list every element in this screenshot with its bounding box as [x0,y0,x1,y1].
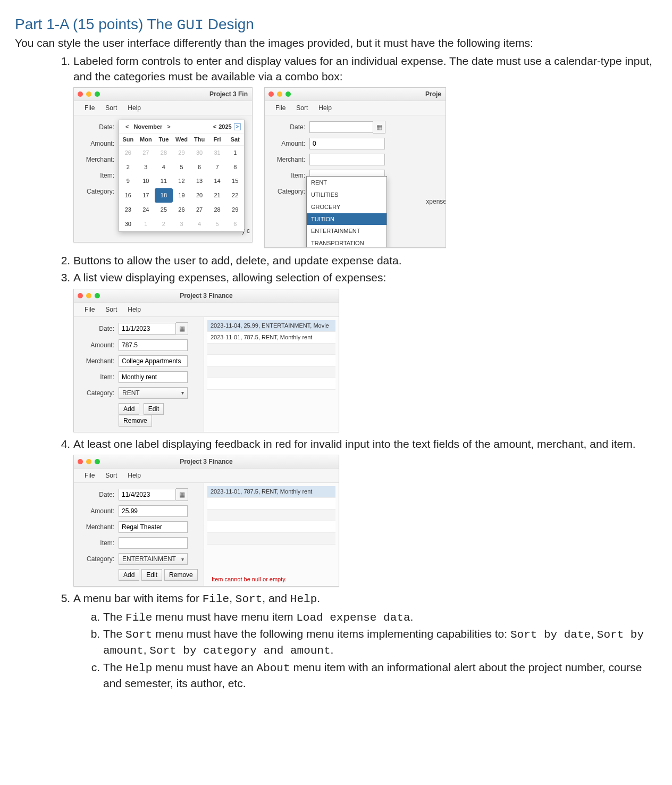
menu-sort[interactable]: Sort [100,470,122,481]
calendar-day[interactable]: 29 [226,203,244,217]
calendar-day[interactable]: 30 [190,146,208,160]
menu-file[interactable]: File [79,304,100,315]
merchant-input[interactable] [119,355,188,367]
prev-year-button[interactable]: < [213,123,216,131]
merchant-input[interactable] [119,521,188,533]
close-icon[interactable] [78,459,83,464]
remove-button[interactable]: Remove [119,415,152,427]
calendar-day[interactable]: 13 [190,174,208,188]
calendar-day[interactable]: 26 [119,146,137,160]
amount-input[interactable] [119,505,188,517]
calendar-day[interactable]: 16 [119,188,137,203]
menu-file[interactable]: File [270,103,291,113]
calendar-day[interactable]: 1 [137,217,155,231]
calendar-day[interactable]: 15 [226,174,244,188]
calendar-day[interactable]: 29 [173,146,191,160]
menu-sort[interactable]: Sort [291,103,313,113]
date-input[interactable] [119,489,176,500]
date-input[interactable] [119,323,176,335]
maximize-icon[interactable] [95,293,100,298]
calendar-day[interactable]: 3 [137,160,155,174]
category-combo[interactable]: ENTERTAINMENT▾ [119,553,188,565]
next-year-button[interactable]: > [234,123,241,130]
menu-help[interactable]: Help [122,470,146,481]
minimize-icon[interactable] [86,459,91,464]
dropdown-option[interactable]: ENTERTAINMENT [307,225,387,237]
calendar-day[interactable]: 30 [119,217,137,231]
calendar-day[interactable]: 22 [226,188,244,203]
calendar-icon[interactable]: ▦ [373,121,385,133]
prev-month-button[interactable]: < [122,123,132,130]
edit-button[interactable]: Edit [144,403,164,415]
calendar-day[interactable]: 28 [208,203,226,217]
dropdown-option[interactable]: TRANSPORTATION [307,237,387,248]
minimize-icon[interactable] [277,91,282,97]
maximize-icon[interactable] [95,459,100,464]
calendar-day[interactable]: 6 [226,217,244,231]
maximize-icon[interactable] [95,91,100,97]
menu-sort[interactable]: Sort [100,103,122,113]
next-month-button[interactable]: > [164,123,173,130]
calendar-day[interactable]: 7 [208,160,226,174]
calendar-day[interactable]: 31 [208,146,226,160]
calendar-day[interactable]: 10 [137,174,155,188]
list-item[interactable]: 2023-11-01, 787.5, RENT, Monthly rent [207,486,335,498]
item-input[interactable] [119,537,188,549]
calendar-icon[interactable]: ▦ [176,488,188,501]
add-button[interactable]: Add [119,569,139,581]
dropdown-option[interactable]: RENT [307,177,387,189]
calendar-day[interactable]: 28 [155,146,173,160]
list-item[interactable]: 2023-11-04, 25.99, ENTERTAINMENT, Movie [207,320,335,332]
close-icon[interactable] [268,91,274,97]
expense-list[interactable]: 2023-11-04, 25.99, ENTERTAINMENT, Movie … [204,317,339,432]
calendar-day[interactable]: 21 [208,188,226,203]
calendar-day[interactable]: 26 [173,203,191,217]
calendar-day[interactable]: 11 [155,174,173,188]
minimize-icon[interactable] [86,91,91,97]
calendar-icon[interactable]: ▦ [176,322,188,335]
merchant-input[interactable] [309,154,385,165]
amount-input[interactable] [119,339,188,351]
menu-file[interactable]: File [79,103,100,113]
calendar-day[interactable]: 2 [119,160,137,174]
calendar-day[interactable]: 5 [173,160,191,174]
menu-help[interactable]: Help [313,103,337,113]
menu-help[interactable]: Help [122,103,146,113]
close-icon[interactable] [78,91,83,97]
add-button[interactable]: Add [119,403,139,415]
expense-list[interactable]: 2023-11-01, 787.5, RENT, Monthly rent It… [204,483,339,586]
date-input[interactable] [309,121,373,133]
calendar-day[interactable]: 4 [190,217,208,231]
menu-help[interactable]: Help [122,304,146,315]
calendar-day[interactable]: 9 [119,174,137,188]
calendar-day[interactable]: 17 [137,188,155,203]
list-item[interactable]: 2023-11-01, 787.5, RENT, Monthly rent [207,332,335,344]
calendar-day[interactable]: 12 [173,174,191,188]
item-input[interactable] [119,371,188,383]
calendar-day[interactable]: 24 [137,203,155,217]
dropdown-option[interactable]: UTILITIES [307,189,387,201]
calendar-day[interactable]: 14 [208,174,226,188]
calendar-day[interactable]: 23 [119,203,137,217]
calendar-day[interactable]: 19 [173,188,191,203]
calendar-day[interactable]: 2 [155,217,173,231]
category-combo[interactable]: RENT▾ [119,387,188,399]
menu-sort[interactable]: Sort [100,304,122,315]
calendar-day[interactable]: 3 [173,217,191,231]
amount-input[interactable] [309,138,385,149]
calendar-day[interactable]: 20 [190,188,208,203]
calendar-day[interactable]: 25 [155,203,173,217]
minimize-icon[interactable] [86,293,91,298]
maximize-icon[interactable] [285,91,291,97]
calendar-day[interactable]: 6 [190,160,208,174]
menu-file[interactable]: File [79,470,100,481]
calendar-day[interactable]: 8 [226,160,244,174]
calendar-day[interactable]: 4 [155,160,173,174]
dropdown-option[interactable]: TUITION [307,213,387,226]
calendar-day[interactable]: 18 [155,188,173,203]
calendar-day[interactable]: 27 [137,146,155,160]
calendar-day[interactable]: 1 [226,146,244,160]
calendar-day[interactable]: 5 [208,217,226,231]
edit-button[interactable]: Edit [141,569,162,581]
close-icon[interactable] [78,293,83,298]
